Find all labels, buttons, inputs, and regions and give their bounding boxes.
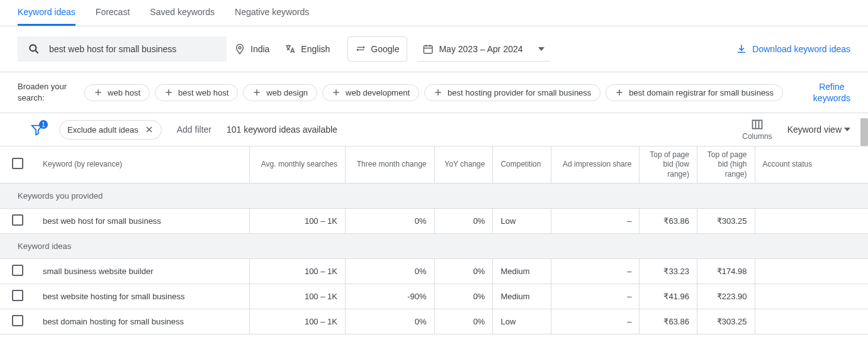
broaden-chip[interactable]: web design [243, 84, 317, 101]
columns-label: Columns [742, 132, 772, 141]
controls-row: 1 Exclude adult ideas Add filter 101 key… [0, 113, 868, 146]
cell-yoy: 0% [434, 284, 493, 309]
location-label: India [251, 44, 269, 54]
location-selector[interactable]: India [227, 36, 277, 62]
keyword-view-button[interactable]: Keyword view [787, 124, 850, 135]
col-yoy[interactable]: YoY change [434, 146, 493, 183]
calendar-icon [422, 43, 434, 55]
section-header: Keyword ideas [0, 233, 868, 258]
filter-bar: India English Google May 2023 – Apr 2024 [0, 26, 868, 72]
add-filter-button[interactable]: Add filter [177, 124, 211, 135]
row-checkbox[interactable] [12, 315, 23, 326]
svg-rect-7 [424, 45, 433, 53]
date-range-selector[interactable]: May 2023 – Apr 2024 [417, 36, 549, 62]
broaden-chip[interactable]: web development [322, 84, 419, 101]
broaden-chip[interactable]: best web host [155, 84, 238, 101]
cell-tmc: -90% [345, 284, 434, 309]
col-three-month[interactable]: Three month change [345, 146, 434, 183]
cell-avg: 100 – 1K [249, 208, 345, 233]
exclude-adult-chip[interactable]: Exclude adult ideas [59, 120, 162, 140]
table-row[interactable]: best website hosting for small business1… [0, 284, 868, 309]
cell-low: ₹33.23 [640, 258, 697, 284]
cell-high: ₹303.25 [697, 208, 755, 233]
language-icon [285, 43, 296, 55]
table-row[interactable]: best web host for small business100 – 1K… [0, 208, 868, 233]
search-icon [28, 43, 40, 55]
cell-high: ₹223.90 [697, 284, 755, 309]
language-selector[interactable]: English [277, 36, 337, 62]
download-icon [736, 43, 747, 55]
tab-saved-keywords[interactable]: Saved keywords [150, 0, 215, 26]
cell-avg: 100 – 1K [249, 258, 345, 284]
broaden-chip[interactable]: web host [84, 84, 150, 101]
cell-high: ₹303.25 [697, 309, 755, 334]
cell-keyword: best domain hosting for small business [35, 309, 249, 334]
row-checkbox[interactable] [12, 214, 23, 226]
chip-label: best domain registrar for small business [629, 88, 774, 97]
cell-yoy: 0% [434, 309, 493, 334]
tab-forecast[interactable]: Forecast [96, 0, 130, 26]
cell-ad: – [551, 258, 640, 284]
language-label: English [301, 44, 330, 54]
location-icon [234, 43, 245, 55]
broaden-chip[interactable]: best hosting provider for small business [424, 84, 600, 101]
network-icon [356, 44, 366, 54]
svg-point-6 [358, 49, 359, 50]
col-bid-low[interactable]: Top of pagebid (lowrange) [640, 146, 697, 183]
cell-yoy: 0% [434, 258, 493, 284]
columns-button[interactable]: Columns [742, 118, 772, 141]
cell-avg: 100 – 1K [249, 309, 345, 334]
cell-low: ₹63.86 [640, 208, 697, 233]
svg-line-1 [36, 51, 38, 53]
download-button[interactable]: Download keyword ideas [736, 43, 850, 55]
cell-acct [755, 258, 868, 284]
tab-negative-keywords[interactable]: Negative keywords [235, 0, 309, 26]
cell-tmc: 0% [345, 258, 434, 284]
col-bid-high[interactable]: Top of pagebid (highrange) [697, 146, 755, 183]
table-row[interactable]: best domain hosting for small business10… [0, 309, 868, 334]
scrollbar-thumb[interactable] [860, 118, 868, 146]
col-ad-impression[interactable]: Ad impression share [551, 146, 640, 183]
svg-point-2 [239, 47, 241, 49]
cell-comp: Medium [493, 284, 551, 309]
row-checkbox[interactable] [12, 265, 23, 276]
cell-tmc: 0% [345, 208, 434, 233]
chip-label: web design [266, 88, 308, 97]
filter-funnel-button[interactable]: 1 [30, 123, 44, 136]
tab-keyword-ideas[interactable]: Keyword ideas [18, 0, 76, 26]
cell-comp: Low [493, 309, 551, 334]
cell-comp: Low [493, 208, 551, 233]
col-keyword[interactable]: Keyword (by relevance) [35, 146, 249, 183]
chip-label: best hosting provider for small business [448, 88, 591, 97]
section-header: Keywords you provided [0, 183, 868, 208]
col-competition[interactable]: Competition [493, 146, 551, 183]
svg-rect-25 [752, 121, 762, 129]
keyword-table: Keyword (by relevance) Avg. monthly sear… [0, 146, 868, 334]
svg-point-5 [363, 47, 364, 48]
search-input-wrapper[interactable] [18, 36, 227, 62]
cell-acct [755, 309, 868, 334]
network-label: Google [371, 44, 399, 54]
col-avg[interactable]: Avg. monthly searches [249, 146, 345, 183]
date-label: May 2023 – Apr 2024 [439, 44, 522, 54]
cell-ad: – [551, 309, 640, 334]
cell-avg: 100 – 1K [249, 284, 345, 309]
close-icon[interactable] [145, 125, 154, 134]
network-selector[interactable]: Google [347, 36, 407, 62]
col-account-status[interactable]: Account status [755, 146, 868, 183]
cell-keyword: best website hosting for small business [35, 284, 249, 309]
cell-ad: – [551, 284, 640, 309]
tabs: Keyword ideas Forecast Saved keywords Ne… [0, 0, 868, 26]
refine-keywords-button[interactable]: Refinekeywords [813, 81, 850, 104]
available-count: 101 keyword ideas available [227, 124, 337, 135]
cell-acct [755, 208, 868, 233]
broaden-label: Broaden yoursearch: [18, 81, 67, 104]
row-checkbox[interactable] [12, 290, 23, 301]
table-row[interactable]: small business website builder100 – 1K0%… [0, 258, 868, 284]
search-input[interactable] [48, 43, 211, 55]
select-all-checkbox[interactable] [12, 158, 23, 169]
chip-label: web host [108, 88, 140, 97]
cell-high: ₹174.98 [697, 258, 755, 284]
broaden-chip[interactable]: best domain registrar for small business [606, 84, 783, 101]
cell-yoy: 0% [434, 208, 493, 233]
